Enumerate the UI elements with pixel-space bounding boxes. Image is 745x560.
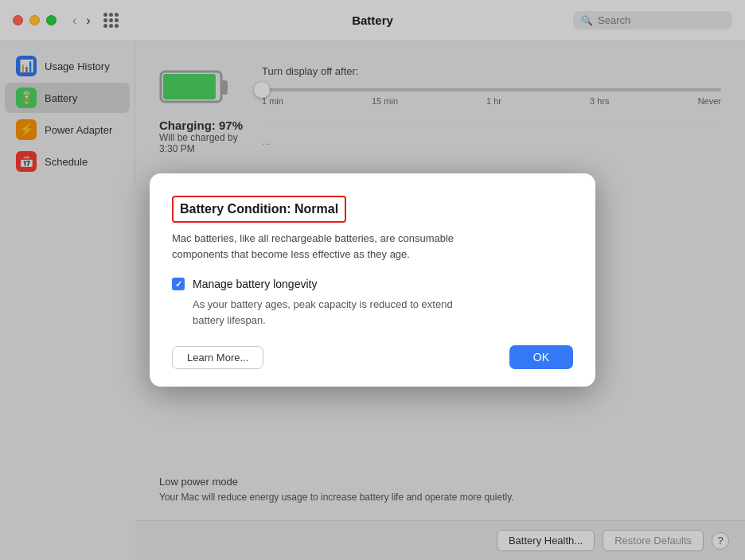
dialog-checkbox-desc: As your battery ages, peak capacity is r…: [193, 297, 573, 328]
checkmark-icon: ✓: [175, 279, 182, 290]
dialog-description: Mac batteries, like all rechargeable bat…: [172, 231, 573, 262]
learn-more-button[interactable]: Learn More...: [172, 346, 263, 369]
manage-longevity-checkbox[interactable]: ✓: [172, 278, 185, 290]
battery-health-dialog: Battery Condition: Normal Mac batteries,…: [150, 173, 595, 387]
manage-longevity-label: Manage battery longevity: [193, 278, 317, 290]
dialog-buttons: Learn More... OK: [172, 345, 573, 369]
ok-button[interactable]: OK: [509, 345, 573, 369]
dialog-title: Battery Condition: Normal: [172, 196, 346, 223]
manage-longevity-row[interactable]: ✓ Manage battery longevity: [172, 278, 573, 290]
